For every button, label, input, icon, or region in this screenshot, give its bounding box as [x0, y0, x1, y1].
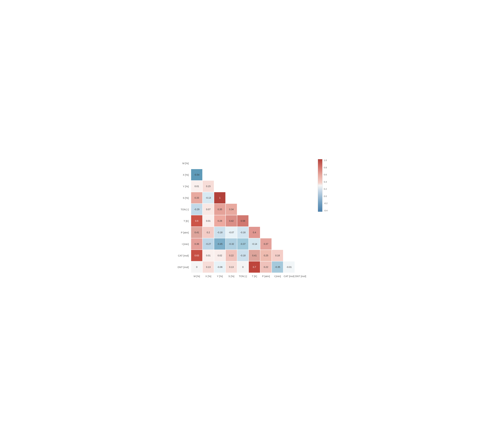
y-label-4: TON [-]: [176, 204, 190, 215]
cell-3-9: [295, 192, 306, 204]
cell-0-0: [191, 157, 202, 169]
cell-0-5: [249, 157, 260, 169]
cell-3-1: -0.13: [202, 192, 214, 204]
cell-3-8: [283, 192, 295, 204]
cell-4-5: [249, 204, 260, 215]
cell-1-1: [202, 169, 214, 181]
cell-7-5: -0.14: [249, 238, 260, 250]
cell-0-8: [283, 157, 295, 169]
cell-6-7: [272, 227, 283, 238]
matrix-grid: -0.540.010.150.33-0.131-0.290.070.350.34…: [191, 157, 306, 273]
cell-5-5: [249, 215, 260, 227]
cell-7-4: -0.37: [237, 238, 249, 250]
cell-2-3: [225, 181, 237, 192]
cell-6-4: -0.16: [237, 227, 249, 238]
cell-3-6: [260, 192, 272, 204]
cell-8-1: 0.01: [202, 250, 214, 261]
cell-5-0: 0.6: [191, 215, 202, 227]
cell-3-2: 1: [214, 192, 225, 204]
cell-6-2: -0.18: [214, 227, 225, 238]
matrix-row-6: 0.410.2-0.18-0.07-0.160.4: [191, 227, 306, 238]
matrix-with-ylabels: M [%]X [%]Y [%]S [%]TON [-]T [K]P [atm]t…: [176, 157, 306, 273]
cell-1-4: [237, 169, 249, 181]
cell-2-8: [283, 181, 295, 192]
cell-6-0: 0.41: [191, 227, 202, 238]
cell-2-9: [295, 181, 306, 192]
y-label-2: Y [%]: [176, 181, 190, 192]
x-label-4: TON [-]: [237, 274, 249, 278]
cell-1-9: [295, 169, 306, 181]
cell-7-7: [272, 238, 283, 250]
cell-9-8: -0.01: [283, 261, 295, 273]
cell-9-7: -0.35: [272, 261, 283, 273]
colorbar-section: 1.00.80.60.40.20.0-0.2-0.4: [318, 159, 327, 212]
colorbar-tick-3: 0.4: [324, 181, 327, 183]
cell-7-1: -0.27: [202, 238, 214, 250]
cell-2-6: [260, 181, 272, 192]
colorbar: [318, 159, 323, 212]
cell-7-9: [295, 238, 306, 250]
cell-2-4: [237, 181, 249, 192]
cell-1-0: -0.54: [191, 169, 202, 181]
cell-8-9: [295, 250, 306, 261]
cell-4-8: [283, 204, 295, 215]
matrix-row-7: 0.36-0.27-0.45-0.32-0.37-0.140.37: [191, 238, 306, 250]
cell-5-3: 0.42: [225, 215, 237, 227]
cell-4-6: [260, 204, 272, 215]
cell-6-8: [283, 227, 295, 238]
x-label-1: X [%]: [202, 274, 214, 278]
cell-0-6: [260, 157, 272, 169]
cell-4-2: 0.35: [214, 204, 225, 215]
cell-9-1: 0.13: [202, 261, 214, 273]
cell-8-3: 0.22: [225, 250, 237, 261]
cell-0-1: [202, 157, 214, 169]
chart-container: M [%]X [%]Y [%]S [%]TON [-]T [K]P [atm]t…: [176, 157, 327, 278]
cell-4-7: [272, 204, 283, 215]
cell-6-3: -0.07: [225, 227, 237, 238]
cell-4-9: [295, 204, 306, 215]
cell-8-5: 0.41: [249, 250, 260, 261]
cell-3-0: 0.33: [191, 192, 202, 204]
colorbar-tick-7: -0.4: [324, 209, 327, 212]
x-label-8: CAT [mol]: [283, 274, 295, 278]
colorbar-tick-6: -0.2: [324, 202, 327, 205]
x-label-2: Y [%]: [214, 274, 225, 278]
y-label-5: T [K]: [176, 215, 190, 227]
cell-1-6: [260, 169, 272, 181]
cell-5-4: 0.58: [237, 215, 249, 227]
y-label-0: M [%]: [176, 157, 190, 169]
cell-4-1: 0.07: [202, 204, 214, 215]
cell-9-6: 0.22: [260, 261, 272, 273]
matrix-row-4: -0.290.070.350.34: [191, 204, 306, 215]
cell-0-3: [225, 157, 237, 169]
cell-0-4: [237, 157, 249, 169]
cell-2-7: [272, 181, 283, 192]
cell-1-2: [214, 169, 225, 181]
cell-7-0: 0.36: [191, 238, 202, 250]
cell-7-6: 0.37: [260, 238, 272, 250]
matrix-row-0: [191, 157, 306, 169]
matrix-row-3: 0.33-0.131: [191, 192, 306, 204]
cell-8-4: -0.18: [237, 250, 249, 261]
cell-5-7: [272, 215, 283, 227]
cell-9-4: 0: [237, 261, 249, 273]
cell-0-9: [295, 157, 306, 169]
colorbar-container: 1.00.80.60.40.20.0-0.2-0.4: [318, 159, 327, 212]
cell-3-3: [225, 192, 237, 204]
matrix-row-8: 0.630.010.020.22-0.180.410.250.18: [191, 250, 306, 261]
y-label-7: t [min]: [176, 238, 190, 250]
cell-9-2: -0.06: [214, 261, 225, 273]
y-labels: M [%]X [%]Y [%]S [%]TON [-]T [K]P [atm]t…: [176, 157, 190, 273]
cell-5-2: 0.28: [214, 215, 225, 227]
cell-2-2: [214, 181, 225, 192]
y-label-9: DNT [mol]: [176, 261, 190, 273]
cell-6-9: [295, 227, 306, 238]
cell-9-0: 0: [191, 261, 202, 273]
y-label-6: P [atm]: [176, 227, 190, 238]
cell-3-7: [272, 192, 283, 204]
cell-2-5: [249, 181, 260, 192]
y-label-3: S [%]: [176, 192, 190, 204]
colorbar-tick-2: 0.6: [324, 173, 327, 176]
cell-7-2: -0.45: [214, 238, 225, 250]
cell-5-8: [283, 215, 295, 227]
